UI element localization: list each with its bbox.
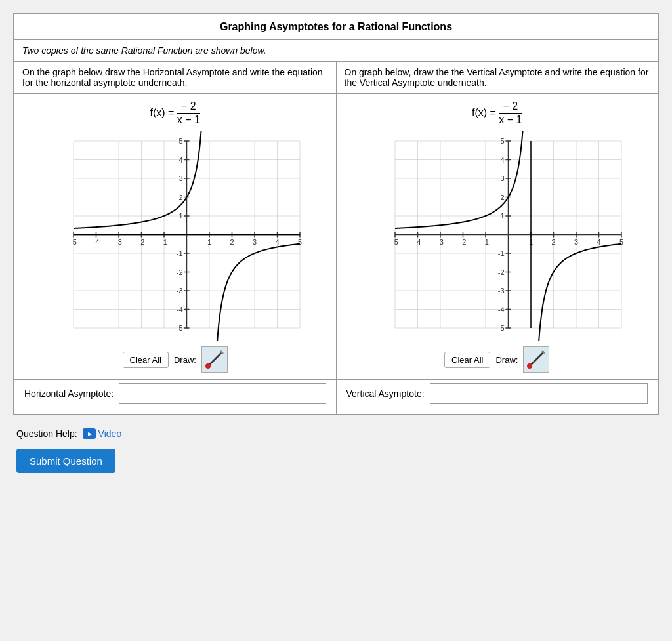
main-container: Graphing Asymptotes for a Rational Funct… (13, 13, 659, 415)
svg-point-1 (205, 363, 211, 369)
right-controls: Clear All Draw: (444, 346, 549, 373)
left-denom: x − 1 (177, 114, 200, 126)
vertical-asymptote-section: Vertical Asymptote: (337, 380, 658, 414)
right-canvas[interactable] (359, 131, 635, 341)
page-title: Graphing Asymptotes for a Rational Funct… (14, 14, 658, 40)
subtitle: Two copies of the same Rational Function… (14, 40, 658, 62)
question-help: Question Help: Video (16, 428, 656, 439)
left-formula: f(x) = − 2 x − 1 (150, 100, 200, 126)
instruction-left: On the graph below draw the Horizontal A… (14, 62, 337, 93)
left-draw-icon[interactable] (201, 346, 228, 373)
left-draw-label: Draw: (174, 355, 196, 365)
left-formula-label: f(x) = (150, 107, 175, 118)
right-panel: f(x) = − 2 x − 1 Clear All Draw: (337, 94, 658, 379)
right-graph-area[interactable] (359, 131, 635, 341)
video-link[interactable]: Video (83, 428, 122, 439)
right-draw-label: Draw: (495, 355, 518, 365)
video-icon (83, 428, 96, 439)
horizontal-asymptote-input[interactable] (119, 383, 326, 404)
panels-bottom: Horizontal Asymptote: Vertical Asymptote… (14, 380, 658, 414)
right-denom: x − 1 (499, 114, 522, 126)
right-clear-button[interactable]: Clear All (444, 352, 490, 368)
instructions-row: On the graph below draw the Horizontal A… (14, 62, 658, 94)
question-help-label: Question Help: (16, 428, 77, 439)
left-graph-area[interactable] (37, 131, 313, 341)
instruction-right: On graph below, draw the the Vertical As… (337, 62, 658, 93)
submit-button[interactable]: Submit Question (16, 449, 116, 473)
left-controls: Clear All Draw: (123, 346, 228, 373)
horizontal-asymptote-label: Horizontal Asymptote: (24, 388, 114, 399)
left-formula-frac: − 2 x − 1 (177, 100, 200, 126)
svg-point-4 (527, 363, 532, 369)
right-draw-icon[interactable] (523, 346, 549, 373)
vertical-asymptote-input[interactable] (430, 383, 648, 404)
left-numer: − 2 (177, 100, 200, 114)
right-formula: f(x) = − 2 x − 1 (472, 100, 522, 126)
left-clear-button[interactable]: Clear All (123, 352, 169, 368)
video-label: Video (98, 428, 122, 439)
right-pencil-icon (524, 348, 548, 371)
vertical-asymptote-label: Vertical Asymptote: (346, 388, 425, 399)
right-formula-frac: − 2 x − 1 (499, 100, 522, 126)
panels-row: f(x) = − 2 x − 1 Clear All Draw: (14, 94, 658, 380)
horizontal-asymptote-section: Horizontal Asymptote: (14, 380, 337, 414)
right-formula-label: f(x) = (472, 107, 496, 118)
bottom-outer: Question Help: Video Submit Question (13, 415, 659, 483)
right-numer: − 2 (499, 100, 522, 114)
left-canvas[interactable] (37, 131, 313, 341)
left-panel: f(x) = − 2 x − 1 Clear All Draw: (14, 94, 337, 379)
left-pencil-icon (203, 348, 226, 371)
